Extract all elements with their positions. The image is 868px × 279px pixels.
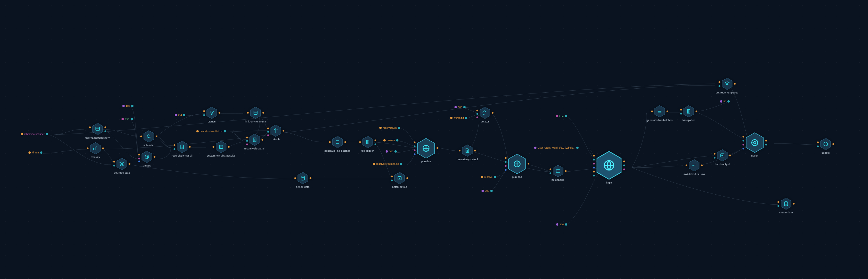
hexagon-icon	[717, 149, 728, 162]
hexagon-icon	[689, 159, 700, 172]
node-hostnames[interactable]: hostnames	[552, 165, 565, 181]
param-50: 50	[720, 100, 730, 103]
node-generate-line-batches-2[interactable]: generate-line-batches	[647, 105, 673, 121]
hexagon-icon	[781, 198, 792, 210]
param-label: resolve	[387, 139, 395, 142]
node-label: create-data	[779, 211, 793, 214]
node-recursively-cat-all-1[interactable]: recursively-cat-all	[172, 141, 193, 157]
hexagon-icon	[332, 136, 343, 148]
param-100: 100	[122, 105, 133, 107]
node-recursively-cat-all-3[interactable]: recursively-cat-all	[457, 144, 478, 161]
node-label: batch-output	[715, 163, 730, 166]
node-update[interactable]: update	[820, 138, 831, 154]
node-get-all-data[interactable]: get-all-data	[296, 172, 309, 188]
node-label: get-repo-data	[114, 171, 130, 174]
node-label: subfinder	[144, 144, 155, 147]
param-scanner: mhmdiaa/scanner	[21, 133, 48, 136]
node-generate-line-batches-1[interactable]: generate-line-batches	[324, 136, 350, 152]
param-user-agent: User-Agent: Mozilla/5.0 (Windo...	[534, 146, 579, 149]
node-label: generate-line-batches	[647, 119, 673, 121]
param-id-rsa: id_rsa	[28, 151, 42, 154]
node-awk-take-first-row[interactable]: awk-take-first-row	[684, 159, 705, 176]
node-label: puredns	[421, 160, 431, 163]
node-username-repository[interactable]: username/repository	[85, 123, 110, 139]
node-httpx[interactable]: httpx	[596, 150, 622, 184]
node-label: amass	[143, 164, 151, 167]
node-gotator[interactable]: gotator	[479, 107, 490, 123]
node-mksub[interactable]: mksub	[270, 125, 281, 141]
node-custom-wordlist-passive[interactable]: custom-wordlist-passive	[207, 141, 236, 157]
param-300-1: 300	[385, 150, 397, 153]
param-label: resolve	[484, 176, 493, 178]
node-file-splitter-2[interactable]: file-splitter	[682, 105, 695, 121]
node-batch-output-2[interactable]: batch-output	[715, 149, 730, 166]
svg-point-7	[147, 135, 150, 138]
hexagon-icon	[596, 150, 622, 180]
hexagon-icon	[249, 134, 260, 146]
node-label: recursively-cat-all	[172, 154, 193, 157]
node-nuclei[interactable]: nuclei	[746, 132, 764, 157]
param-resolvers-trusted: resolvers-trusted.txt	[373, 163, 402, 165]
node-label: dsieve	[208, 120, 215, 123]
param-label: 300	[389, 150, 393, 153]
param-label: 50	[723, 100, 726, 103]
param-label: 300	[458, 106, 462, 108]
hexagon-icon	[654, 105, 665, 117]
param-true-1: true	[122, 117, 133, 120]
param-label: true	[125, 117, 129, 120]
node-create-data[interactable]: create-data	[779, 198, 793, 214]
node-label: username/repository	[85, 136, 110, 139]
hexagon-icon	[90, 142, 101, 154]
node-get-repo-data[interactable]: get-repo-data	[114, 158, 130, 174]
node-limit-environments[interactable]: limit-environments	[245, 107, 267, 123]
param-label: mhmdiaa/scanner	[24, 133, 45, 136]
node-label: get-all-data	[296, 185, 309, 188]
node-label: mksub	[272, 138, 280, 141]
hexagon-icon	[206, 107, 217, 119]
svg-point-44	[784, 202, 788, 203]
hexagon-icon	[216, 141, 226, 153]
node-label: recursively-cat-all	[244, 147, 265, 150]
node-puredns-2[interactable]: puredns	[508, 153, 526, 178]
param-label: User-Agent: Mozilla/5.0 (Windo...	[537, 146, 575, 149]
hexagon-icon	[116, 158, 127, 170]
hexagon-icon	[462, 144, 473, 157]
param-label: true	[559, 115, 564, 117]
node-file-splitter-1[interactable]: file-splitter	[362, 136, 374, 152]
node-puredns-1[interactable]: puredns	[417, 138, 435, 163]
node-recursively-cat-all-2[interactable]: recursively-cat-all	[244, 134, 265, 150]
param-best-dns: best-dns-wordlist.txt	[196, 130, 226, 133]
hexagon-icon	[479, 107, 490, 119]
param-resolve: resolve	[383, 139, 398, 142]
node-label: limit-environments	[245, 120, 267, 123]
param-words: words.txt	[450, 116, 467, 119]
hexagon-icon	[144, 130, 154, 143]
node-label: ssh-key	[91, 156, 100, 159]
node-amass[interactable]: amass	[142, 150, 152, 167]
param-resolvers: resolvers.txt	[379, 127, 400, 129]
param-label: resolvers.txt	[383, 127, 397, 129]
node-get-repo-templates[interactable]: get-repo-templates	[716, 77, 738, 94]
node-batch-output-1[interactable]: batch-output	[392, 172, 407, 188]
node-subfinder[interactable]: subfinder	[144, 130, 155, 147]
param-2-4: 2-4	[175, 114, 185, 116]
hexagon-icon	[722, 77, 733, 90]
node-label: file-splitter	[682, 119, 695, 121]
hexagon-icon	[270, 125, 281, 137]
hexagon-icon	[362, 136, 373, 148]
node-label: nuclei	[751, 154, 758, 157]
svg-rect-1	[96, 127, 99, 130]
hexagon-icon	[508, 153, 526, 174]
hexagon-icon	[394, 172, 405, 184]
param-resolve-2: resolve	[481, 176, 496, 178]
node-dsieve[interactable]: dsieve	[206, 107, 217, 123]
param-label: 2-4	[178, 114, 182, 116]
node-label: file-splitter	[362, 149, 374, 152]
svg-point-4	[93, 148, 95, 150]
node-ssh-key[interactable]: ssh-key	[90, 142, 101, 159]
param-label: 100	[126, 105, 130, 107]
svg-point-41	[752, 139, 757, 145]
hexagon-icon	[417, 138, 435, 159]
hexagon-icon	[683, 105, 694, 117]
node-label: generate-line-batches	[324, 149, 350, 152]
